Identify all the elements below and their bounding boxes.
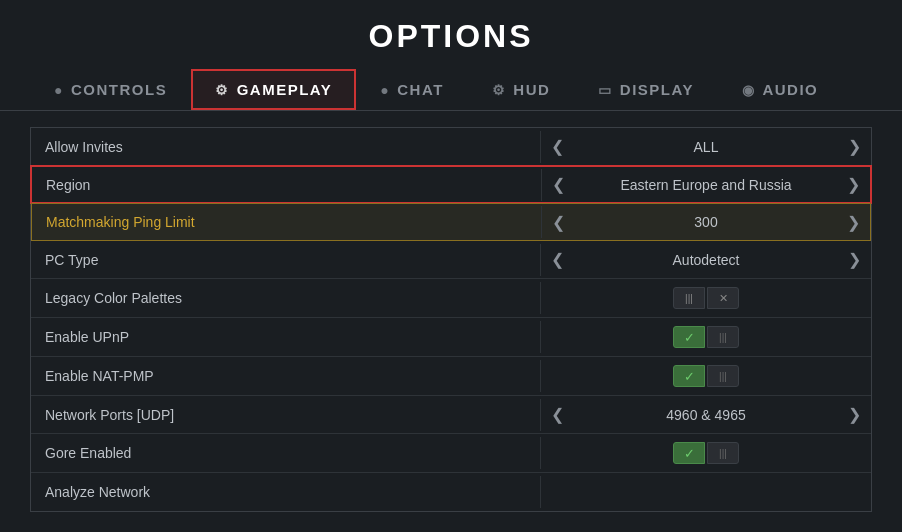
toggle-on-upnp: ✓ bbox=[673, 326, 705, 348]
chat-icon: ● bbox=[380, 82, 390, 98]
value-enable-nat: ✓ ||| bbox=[541, 357, 871, 395]
tab-controls[interactable]: ● CONTROLS bbox=[30, 69, 191, 110]
controls-icon: ● bbox=[54, 82, 64, 98]
row-allow-invites: Allow Invites ❮ ALL ❯ bbox=[31, 128, 871, 166]
audio-icon: ◉ bbox=[742, 82, 756, 98]
gameplay-icon: ⚙ bbox=[215, 82, 230, 98]
value-legacy-color: ||| ✕ bbox=[541, 279, 871, 317]
arrow-left-network[interactable]: ❮ bbox=[551, 405, 564, 424]
value-matchmaking-ping: ❮ 300 ❯ bbox=[542, 205, 870, 240]
arrow-right-allow-invites[interactable]: ❯ bbox=[848, 137, 861, 156]
arrow-right-region[interactable]: ❯ bbox=[847, 175, 860, 194]
arrow-left-matchmaking[interactable]: ❮ bbox=[552, 213, 565, 232]
arrow-right-matchmaking[interactable]: ❯ bbox=[847, 213, 860, 232]
row-gore-enabled: Gore Enabled ✓ ||| bbox=[31, 434, 871, 473]
label-legacy-color: Legacy Color Palettes bbox=[31, 282, 541, 314]
toggle-off-gore: ||| bbox=[707, 442, 739, 464]
value-enable-upnp: ✓ ||| bbox=[541, 318, 871, 356]
label-matchmaking-ping: Matchmaking Ping Limit bbox=[32, 206, 542, 238]
arrow-right-pc-type[interactable]: ❯ bbox=[848, 250, 861, 269]
row-region: Region ❮ Eastern Europe and Russia ❯ bbox=[30, 165, 872, 204]
audio-label: AUDIO bbox=[762, 81, 818, 98]
page-title: OPTIONS bbox=[0, 0, 902, 69]
chat-label: CHAT bbox=[397, 81, 444, 98]
value-network-ports: ❮ 4960 & 4965 ❯ bbox=[541, 397, 871, 432]
controls-label: CONTROLS bbox=[71, 81, 167, 98]
row-analyze-network: Analyze Network bbox=[31, 473, 871, 511]
row-pc-type: PC Type ❮ Autodetect ❯ bbox=[31, 241, 871, 279]
arrow-right-network[interactable]: ❯ bbox=[848, 405, 861, 424]
row-enable-upnp: Enable UPnP ✓ ||| bbox=[31, 318, 871, 357]
toggle-on-gore: ✓ bbox=[673, 442, 705, 464]
toggle-off-legacy: ✕ bbox=[707, 287, 739, 309]
tab-chat[interactable]: ● CHAT bbox=[356, 69, 468, 110]
display-label: DISPLAY bbox=[620, 81, 694, 98]
toggle-enable-upnp[interactable]: ✓ ||| bbox=[673, 326, 739, 348]
value-region: ❮ Eastern Europe and Russia ❯ bbox=[542, 167, 870, 202]
row-network-ports: Network Ports [UDP] ❮ 4960 & 4965 ❯ bbox=[31, 396, 871, 434]
tab-audio[interactable]: ◉ AUDIO bbox=[718, 69, 842, 110]
tab-bar: ● CONTROLS ⚙ GAMEPLAY ● CHAT ⚙ HUD ▭ DIS… bbox=[0, 69, 902, 111]
label-enable-upnp: Enable UPnP bbox=[31, 321, 541, 353]
value-text-pc-type: Autodetect bbox=[576, 252, 836, 268]
row-legacy-color: Legacy Color Palettes ||| ✕ bbox=[31, 279, 871, 318]
label-gore-enabled: Gore Enabled bbox=[31, 437, 541, 469]
hud-label: HUD bbox=[513, 81, 550, 98]
label-pc-type: PC Type bbox=[31, 244, 541, 276]
content-area: Allow Invites ❮ ALL ❯ Region ❮ Eastern E… bbox=[30, 127, 872, 512]
row-matchmaking-ping: Matchmaking Ping Limit ❮ 300 ❯ bbox=[31, 203, 871, 241]
value-text-region: Eastern Europe and Russia bbox=[577, 177, 835, 193]
toggle-legacy-color[interactable]: ||| ✕ bbox=[673, 287, 739, 309]
display-icon: ▭ bbox=[598, 82, 613, 98]
label-enable-nat: Enable NAT-PMP bbox=[31, 360, 541, 392]
arrow-left-pc-type[interactable]: ❮ bbox=[551, 250, 564, 269]
arrow-left-allow-invites[interactable]: ❮ bbox=[551, 137, 564, 156]
toggle-off-nat: ||| bbox=[707, 365, 739, 387]
value-gore-enabled: ✓ ||| bbox=[541, 434, 871, 472]
row-enable-nat: Enable NAT-PMP ✓ ||| bbox=[31, 357, 871, 396]
toggle-neutral-left-legacy: ||| bbox=[673, 287, 705, 309]
label-network-ports: Network Ports [UDP] bbox=[31, 399, 541, 431]
tab-hud[interactable]: ⚙ HUD bbox=[468, 69, 575, 110]
label-allow-invites: Allow Invites bbox=[31, 131, 541, 163]
arrow-left-region[interactable]: ❮ bbox=[552, 175, 565, 194]
value-analyze-network bbox=[541, 484, 871, 500]
hud-icon: ⚙ bbox=[492, 82, 507, 98]
gameplay-label: GAMEPLAY bbox=[237, 81, 333, 98]
toggle-off-upnp: ||| bbox=[707, 326, 739, 348]
value-text-allow-invites: ALL bbox=[576, 139, 836, 155]
tab-gameplay[interactable]: ⚙ GAMEPLAY bbox=[191, 69, 356, 110]
value-pc-type: ❮ Autodetect ❯ bbox=[541, 242, 871, 277]
value-text-matchmaking: 300 bbox=[577, 214, 835, 230]
label-analyze-network: Analyze Network bbox=[31, 476, 541, 508]
tab-display[interactable]: ▭ DISPLAY bbox=[574, 69, 718, 110]
label-region: Region bbox=[32, 169, 542, 201]
toggle-gore-enabled[interactable]: ✓ ||| bbox=[673, 442, 739, 464]
toggle-on-nat: ✓ bbox=[673, 365, 705, 387]
value-text-network: 4960 & 4965 bbox=[576, 407, 836, 423]
value-allow-invites: ❮ ALL ❯ bbox=[541, 129, 871, 164]
toggle-enable-nat[interactable]: ✓ ||| bbox=[673, 365, 739, 387]
